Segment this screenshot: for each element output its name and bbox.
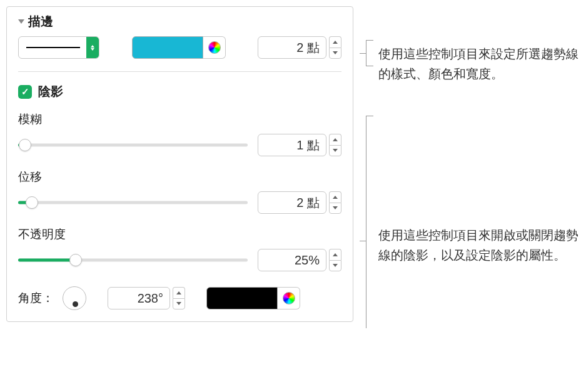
stroke-color-swatch[interactable] bbox=[132, 36, 203, 59]
disclosure-triangle-icon bbox=[18, 19, 24, 24]
callout-lead-icon bbox=[360, 53, 366, 54]
slider-thumb-icon bbox=[69, 254, 82, 266]
opacity-up-button[interactable] bbox=[329, 249, 341, 260]
shadow-checkbox-row: ✓ 陰影 bbox=[18, 83, 341, 100]
shadow-checkbox-label: 陰影 bbox=[38, 83, 63, 100]
offset-group: 位移 bbox=[18, 169, 341, 214]
shadow-checkbox[interactable]: ✓ bbox=[18, 85, 32, 99]
blur-label: 模糊 bbox=[18, 111, 341, 128]
stroke-controls-row bbox=[18, 36, 341, 59]
angle-stepper bbox=[173, 287, 185, 309]
blur-stepper bbox=[329, 134, 341, 156]
opacity-field[interactable] bbox=[258, 249, 326, 271]
line-style-preview-icon bbox=[26, 47, 80, 48]
angle-wheel[interactable] bbox=[63, 286, 86, 310]
blur-field[interactable] bbox=[258, 134, 326, 156]
offset-up-button[interactable] bbox=[329, 191, 341, 203]
arrow-down-icon bbox=[176, 302, 181, 305]
stroke-width-down-button[interactable] bbox=[329, 48, 341, 59]
color-wheel-icon bbox=[208, 41, 221, 54]
stroke-width-up-button[interactable] bbox=[329, 36, 341, 48]
color-wheel-icon bbox=[283, 292, 295, 304]
callout-shadow-description: 使用這些控制項目來開啟或關閉趨勢線的陰影，以及設定陰影的屬性。 bbox=[378, 225, 578, 265]
offset-down-button[interactable] bbox=[329, 203, 341, 214]
slider-thumb-icon bbox=[19, 139, 31, 151]
offset-slider[interactable] bbox=[18, 196, 248, 209]
shadow-color-swatch[interactable] bbox=[206, 287, 278, 309]
offset-stepper bbox=[329, 191, 341, 214]
opacity-down-button[interactable] bbox=[329, 260, 341, 272]
arrow-up-icon bbox=[333, 138, 338, 141]
angle-up-button[interactable] bbox=[173, 287, 185, 298]
angle-field[interactable] bbox=[108, 287, 170, 309]
arrow-down-icon bbox=[333, 206, 338, 209]
offset-label: 位移 bbox=[18, 169, 341, 185]
stroke-color-wheel-button[interactable] bbox=[203, 36, 226, 59]
stroke-width-stepper bbox=[329, 36, 341, 59]
arrow-up-icon bbox=[333, 196, 338, 199]
angle-row: 角度： bbox=[18, 286, 341, 310]
stroke-width-control bbox=[258, 36, 341, 59]
callout-stroke-description: 使用這些控制項目來設定所選趨勢線的樣式、顏色和寬度。 bbox=[378, 44, 578, 84]
arrow-up-icon bbox=[333, 41, 338, 44]
opacity-label: 不透明度 bbox=[18, 226, 341, 243]
opacity-stepper bbox=[329, 249, 341, 271]
callout-bracket-icon bbox=[366, 116, 373, 328]
angle-down-button[interactable] bbox=[173, 298, 185, 310]
offset-field[interactable] bbox=[258, 191, 326, 214]
callout-lead-icon bbox=[360, 241, 366, 241]
angle-label: 角度： bbox=[18, 290, 54, 306]
callout-bracket-icon bbox=[366, 40, 373, 66]
blur-up-button[interactable] bbox=[329, 134, 341, 145]
stroke-section-title: 描邊 bbox=[28, 13, 53, 30]
shadow-color-wheel-button[interactable] bbox=[278, 287, 300, 309]
style-inspector-panel: 描邊 ✓ 陰影 bbox=[6, 6, 353, 322]
shadow-color-control bbox=[206, 287, 300, 309]
stroke-section-header[interactable]: 描邊 bbox=[18, 13, 341, 30]
callouts-area: 使用這些控制項目來設定所選趨勢線的樣式、顏色和寬度。 使用這些控制項目來開啟或關… bbox=[366, 6, 568, 322]
blur-group: 模糊 bbox=[18, 111, 341, 156]
angle-indicator-icon bbox=[73, 301, 78, 307]
arrow-up-icon bbox=[176, 291, 181, 294]
blur-slider[interactable] bbox=[18, 139, 248, 151]
arrow-down-icon bbox=[333, 264, 338, 267]
opacity-group: 不透明度 bbox=[18, 226, 341, 271]
popup-arrows-icon bbox=[86, 37, 99, 58]
blur-down-button[interactable] bbox=[329, 145, 341, 157]
stroke-color-control bbox=[132, 36, 226, 59]
divider bbox=[18, 71, 341, 72]
opacity-slider[interactable] bbox=[18, 254, 248, 266]
checkmark-icon: ✓ bbox=[21, 86, 29, 98]
slider-thumb-icon bbox=[26, 196, 38, 209]
arrow-down-icon bbox=[333, 51, 338, 54]
arrow-up-icon bbox=[333, 253, 338, 256]
arrow-down-icon bbox=[333, 149, 338, 152]
line-style-popup[interactable] bbox=[18, 36, 99, 59]
stroke-width-field[interactable] bbox=[258, 36, 326, 59]
